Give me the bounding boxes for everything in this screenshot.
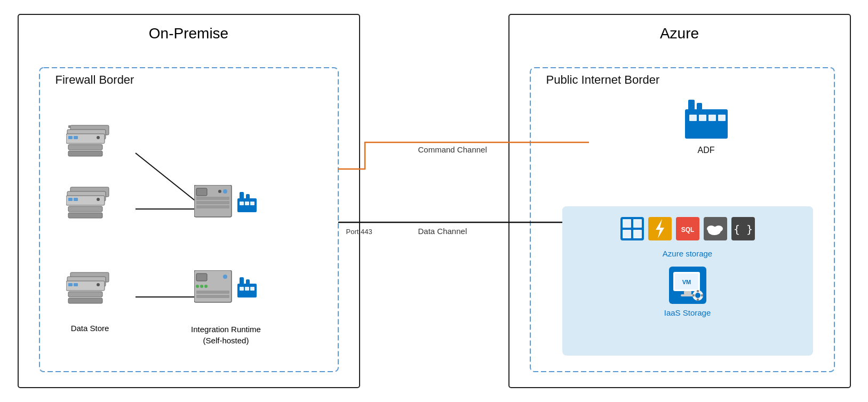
svg-rect-61: [250, 287, 254, 291]
svg-rect-54: [196, 295, 229, 298]
svg-rect-38: [196, 201, 229, 204]
svg-rect-62: [688, 100, 695, 110]
svg-rect-30: [68, 283, 73, 286]
on-premise-title: On-Premise: [18, 25, 360, 42]
diagram-container: On-Premise Firewall Border: [13, 9, 856, 393]
data-store-middle: [66, 185, 114, 230]
svg-rect-70: [623, 219, 631, 228]
data-store-top: [66, 121, 114, 166]
svg-rect-12: [68, 136, 73, 139]
svg-rect-31: [74, 283, 78, 286]
ir-unit-top: [194, 185, 257, 220]
svg-rect-73: [633, 230, 642, 238]
svg-text:{ }: { }: [733, 223, 752, 236]
svg-point-40: [223, 189, 227, 194]
svg-rect-59: [240, 287, 244, 291]
svg-point-91: [695, 293, 700, 298]
svg-point-41: [218, 190, 221, 193]
svg-rect-95: [701, 294, 703, 296]
svg-point-81: [714, 226, 723, 232]
svg-rect-49: [196, 274, 207, 281]
svg-rect-93: [697, 299, 699, 301]
svg-rect-39: [196, 205, 229, 208]
svg-rect-64: [685, 109, 728, 139]
svg-rect-60: [245, 287, 249, 291]
svg-rect-25: [68, 206, 102, 212]
svg-point-51: [200, 285, 203, 288]
azure-title: Azure: [509, 25, 850, 42]
data-store-bottom: [66, 270, 114, 315]
svg-rect-63: [697, 103, 702, 110]
svg-rect-45: [240, 202, 244, 205]
svg-rect-13: [74, 136, 78, 139]
public-internet-border-title: Public Internet Border: [546, 73, 660, 87]
svg-point-50: [196, 285, 199, 288]
svg-rect-33: [68, 292, 102, 297]
iaas-label: IaaS Storage: [664, 308, 711, 317]
port-443-label: Port 443: [346, 227, 372, 236]
svg-rect-94: [692, 294, 695, 296]
svg-rect-34: [68, 298, 102, 303]
svg-rect-88: [684, 291, 691, 294]
svg-rect-66: [699, 115, 706, 121]
svg-rect-67: [708, 115, 716, 121]
svg-point-55: [223, 275, 227, 279]
svg-text:SQL: SQL: [681, 226, 694, 234]
svg-rect-47: [250, 202, 254, 205]
iaas-section: VM IaaS Storage: [664, 267, 711, 317]
svg-rect-15: [68, 125, 71, 128]
data-store-label: Data Store: [66, 324, 114, 333]
svg-rect-56: [240, 277, 244, 285]
adf-section: ADF: [685, 100, 728, 155]
svg-rect-17: [68, 144, 102, 150]
svg-rect-72: [623, 230, 631, 238]
svg-text:VM: VM: [682, 279, 691, 285]
ir-label: Integration Runtime(Self-hosted): [184, 324, 269, 346]
svg-rect-46: [245, 202, 249, 205]
svg-rect-23: [74, 198, 78, 201]
svg-rect-18: [68, 151, 102, 156]
svg-point-32: [97, 283, 100, 286]
svg-rect-37: [196, 197, 229, 200]
svg-rect-42: [240, 192, 244, 199]
azure-storage-label: Azure storage: [663, 249, 712, 258]
command-channel-label: Command Channel: [418, 145, 487, 155]
svg-rect-65: [689, 115, 697, 121]
svg-point-52: [204, 285, 208, 288]
svg-line-5: [136, 153, 202, 206]
svg-rect-71: [633, 219, 642, 228]
azure-storage-box: SQL { } Azure storage: [562, 206, 813, 356]
svg-rect-22: [68, 198, 73, 201]
svg-rect-92: [697, 290, 699, 292]
svg-rect-36: [196, 188, 207, 196]
firewall-border-title: Firewall Border: [55, 73, 134, 87]
svg-rect-68: [718, 115, 726, 121]
svg-rect-53: [196, 291, 229, 294]
azure-storage-icons: SQL { }: [620, 217, 755, 240]
ir-unit-bottom: [194, 270, 257, 305]
svg-point-80: [707, 226, 715, 232]
svg-point-14: [97, 136, 100, 139]
svg-rect-26: [68, 213, 102, 218]
data-channel-label: Data Channel: [418, 227, 467, 236]
svg-point-24: [97, 198, 100, 201]
